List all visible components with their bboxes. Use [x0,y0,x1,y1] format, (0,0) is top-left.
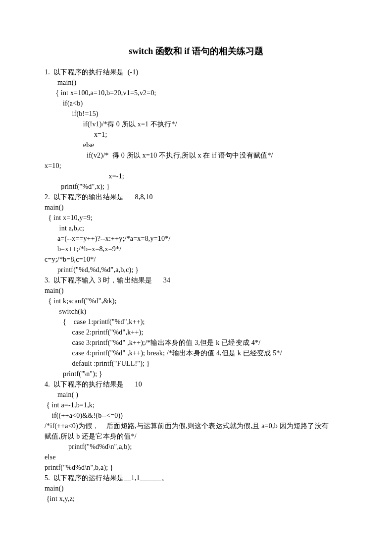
code-line: printf("%d",x); } [45,181,347,192]
code-line: main() [45,483,347,494]
code-line: 5. 以下程序的运行结果是__1,1______。 [45,473,347,483]
code-line: main() [45,77,347,88]
code-line: main() [45,285,347,296]
code-line: if(v2)/* 得 0 所以 x=10 不执行,所以 x 在 if 语句中没有… [45,150,347,161]
code-line: x=-1; [45,171,347,181]
code-line: x=1; [45,129,347,140]
code-line: case 4:printf("%d" ,k++); break; /*输出本身的… [45,348,347,358]
code-line: if(!v1)/*得 0 所以 x=1 不执行*/ [45,119,347,129]
code-line: c=y;/*b=8,c=10*/ [45,254,347,265]
code-line: printf("%d,%d,%d",a,b,c); } [45,265,347,275]
code-line: b=x++;/*b=x=8,x=9*/ [45,244,347,254]
code-line: main( ) [45,389,347,400]
code-line: a=(--x==y++)?--x:++y;/*a=x=8,y=10*/ [45,233,347,244]
code-line: else [45,452,347,462]
code-line: case 3:printf("%d" ,k++);/*输出本身的值 3,但是 k… [45,337,347,348]
code-line: case 2:printf("%d",k++); [45,327,347,337]
code-line: printf("%d%d\n",b,a); } [45,462,347,473]
code-line: x=10; [45,161,347,171]
code-line: 4. 以下程序的执行结果是 10 [45,379,347,389]
code-line: 1. 以下程序的执行结果是 (-1) [45,67,347,77]
code-line: if(b!=15) [45,109,347,119]
code-line: {int x,y,z; [45,494,347,504]
code-line: 2. 以下程序的输出结果是 8,8,10 [45,192,347,202]
code-line: { int x=10,y=9; [45,213,347,223]
document-body: 1. 以下程序的执行结果是 (-1) main() { int x=100,a=… [45,67,347,504]
code-line: int a,b,c; [45,223,347,233]
code-line: 3. 以下程序输入 3 时，输出结果是 34 [45,275,347,285]
code-line: 赋值,所以 b 还是它本身的值*/ [45,431,347,442]
code-line: switch(k) [45,306,347,317]
code-line: else [45,140,347,150]
code-line: printf("\n"); } [45,369,347,379]
code-line: main() [45,202,347,213]
code-line: { case 1:printf("%d",k++); [45,317,347,327]
code-line: { int x=100,a=10,b=20,v1=5,v2=0; [45,88,347,98]
code-line: if(a<b) [45,98,347,109]
code-line: /*if(++a<0)为假， 后面短路,与运算前面为假,则这个表达式就为假,且 … [45,421,347,431]
code-line: default :printf("FULL!"); } [45,358,347,369]
code-line: if((++a<0)&&!(b--<=0)) [45,410,347,421]
code-line: { int k;scanf("%d",&k); [45,296,347,306]
code-line: printf("%d%d\n",a,b); [45,442,347,452]
code-line: { int a=-1,b=1,k; [45,400,347,410]
page-title: switch 函数和 if 语句的相关练习题 [45,45,347,58]
